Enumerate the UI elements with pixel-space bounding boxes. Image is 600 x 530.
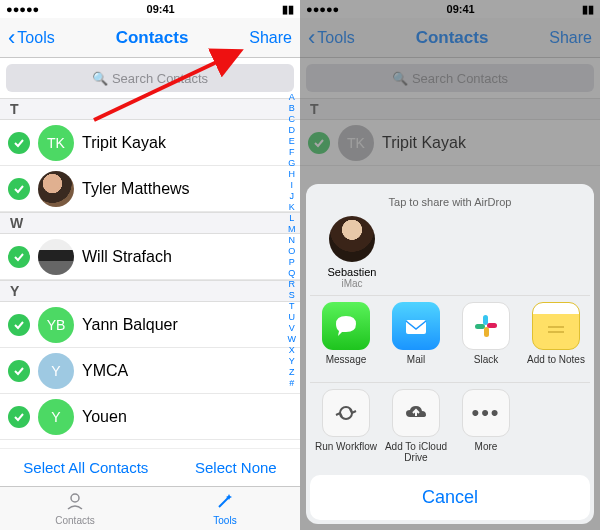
phone-right: ●●●●● 09:41 ▮▮ ‹Tools Contacts Share 🔍Se… (300, 0, 600, 530)
section-header-w: W (0, 212, 300, 234)
share-app-slack[interactable]: Slack (454, 302, 518, 376)
cloud-upload-icon (392, 389, 440, 437)
status-bar: ●●●●● 09:41 ▮▮ (0, 0, 300, 18)
bottom-actions: Select All Contacts Select None (0, 448, 300, 486)
tab-bar: Contacts Tools (0, 486, 300, 530)
check-icon[interactable] (8, 132, 30, 154)
airdrop-target[interactable]: Sebastien iMac (316, 216, 388, 295)
svg-point-1 (71, 494, 79, 502)
contacts-list: T TK Tripit Kayak Tyler Matthews W Will … (0, 98, 300, 440)
messages-icon (322, 302, 370, 350)
check-icon[interactable] (8, 246, 30, 268)
share-app-notes[interactable]: Add to Notes (524, 302, 588, 376)
phone-left: ●●●●● 09:41 ▮▮ ‹ Tools Contacts Share 🔍 … (0, 0, 300, 530)
list-item[interactable]: TK Tripit Kayak (0, 120, 300, 166)
share-button[interactable]: Share (249, 29, 292, 47)
contact-name: Youen (82, 408, 127, 426)
share-app-mail[interactable]: Mail (384, 302, 448, 376)
person-icon (65, 491, 85, 513)
avatar: Y (38, 353, 74, 389)
contact-name: Will Strafach (82, 248, 172, 266)
contact-name: Tripit Kayak (82, 134, 166, 152)
check-icon[interactable] (8, 406, 30, 428)
page-title: Contacts (116, 28, 189, 48)
list-item[interactable]: Y YMCA (0, 348, 300, 394)
status-time: 09:41 (147, 3, 175, 15)
avatar (329, 216, 375, 262)
select-all-button[interactable]: Select All Contacts (23, 459, 148, 476)
action-run-workflow[interactable]: Run Workflow (314, 389, 378, 463)
action-icloud-drive[interactable]: Add To iCloud Drive (384, 389, 448, 463)
slack-icon (462, 302, 510, 350)
avatar: Y (38, 399, 74, 435)
alphabet-index[interactable]: ABCDEFGHIJKLMNOPQRSTUVWXYZ# (286, 92, 299, 389)
contact-name: Tyler Matthews (82, 180, 190, 198)
contact-name: YMCA (82, 362, 128, 380)
action-more[interactable]: ••• More (454, 389, 518, 463)
search-icon: 🔍 (92, 71, 108, 86)
svg-rect-6 (487, 323, 497, 328)
avatar (38, 171, 74, 207)
section-header-y: Y (0, 280, 300, 302)
share-sheet: Tap to share with AirDrop Sebastien iMac… (306, 184, 594, 524)
mail-icon (392, 302, 440, 350)
list-item[interactable]: Will Strafach (0, 234, 300, 280)
search-input[interactable]: 🔍 Search Contacts (6, 64, 294, 92)
avatar: TK (38, 125, 74, 161)
avatar (38, 239, 74, 275)
select-none-button[interactable]: Select None (195, 459, 277, 476)
list-item[interactable]: Tyler Matthews (0, 166, 300, 212)
more-icon: ••• (462, 389, 510, 437)
tab-contacts[interactable]: Contacts (0, 487, 150, 530)
cancel-button[interactable]: Cancel (310, 475, 590, 520)
share-apps-row[interactable]: Message Mail Slack Add to Notes ID (310, 295, 590, 382)
check-icon[interactable] (8, 178, 30, 200)
tab-tools[interactable]: Tools (150, 487, 300, 530)
wand-icon (215, 491, 235, 513)
check-icon[interactable] (8, 360, 30, 382)
back-button[interactable]: ‹ Tools (8, 27, 55, 49)
section-header-t: T (0, 98, 300, 120)
share-app-messages[interactable]: Message (314, 302, 378, 376)
battery-icon: ▮▮ (282, 3, 294, 16)
svg-rect-5 (484, 327, 489, 337)
sync-icon (322, 389, 370, 437)
chevron-left-icon: ‹ (8, 27, 15, 49)
share-actions-row[interactable]: Run Workflow Add To iCloud Drive ••• Mor… (310, 382, 590, 469)
sheet-title: Tap to share with AirDrop (310, 192, 590, 216)
svg-rect-3 (483, 315, 488, 325)
avatar: YB (38, 307, 74, 343)
list-item[interactable]: Y Youen (0, 394, 300, 440)
list-item[interactable]: YB Yann Balquer (0, 302, 300, 348)
svg-rect-4 (475, 324, 485, 329)
check-icon[interactable] (8, 314, 30, 336)
notes-icon (532, 302, 580, 350)
nav-bar: ‹ Tools Contacts Share (0, 18, 300, 58)
svg-rect-2 (406, 320, 426, 334)
contact-name: Yann Balquer (82, 316, 178, 334)
